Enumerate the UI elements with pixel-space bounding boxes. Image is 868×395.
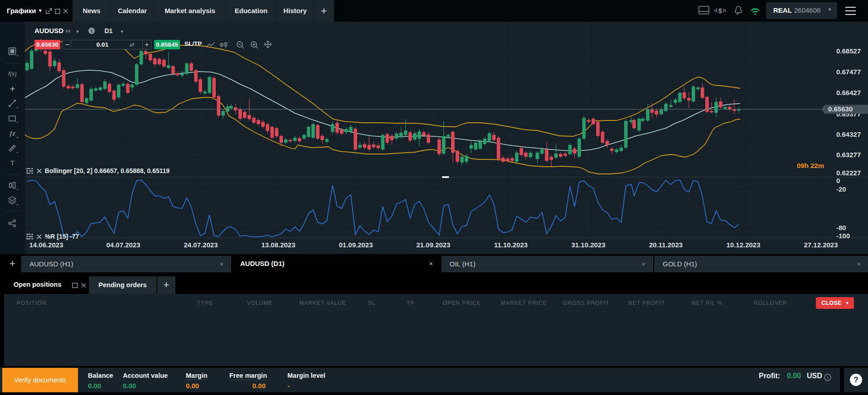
- svg-text:0.68527: 0.68527: [836, 47, 861, 55]
- svg-text:0.63277: 0.63277: [836, 151, 861, 159]
- svg-text:13.08.2023: 13.08.2023: [261, 241, 295, 249]
- svg-text:09h 22m: 09h 22m: [797, 162, 824, 169]
- svg-text:-80: -80: [836, 224, 846, 231]
- svg-text:10.12.2023: 10.12.2023: [726, 241, 760, 249]
- svg-text:0.64327: 0.64327: [836, 130, 861, 138]
- svg-text:0: 0: [836, 177, 840, 184]
- svg-text:14.06.2023: 14.06.2023: [29, 241, 63, 249]
- svg-text:31.10.2023: 31.10.2023: [571, 241, 605, 249]
- svg-text:20.11.2023: 20.11.2023: [649, 241, 683, 249]
- svg-text:24.07.2023: 24.07.2023: [184, 241, 218, 249]
- svg-text:0.66427: 0.66427: [836, 89, 861, 96]
- svg-text:-20: -20: [836, 185, 846, 193]
- svg-text:0.65630: 0.65630: [828, 105, 853, 113]
- svg-text:-100: -100: [836, 232, 850, 240]
- svg-text:04.07.2023: 04.07.2023: [106, 241, 140, 249]
- svg-text:0.67477: 0.67477: [836, 68, 861, 76]
- svg-text:27.12.2023: 27.12.2023: [804, 241, 838, 249]
- svg-text:i: i: [91, 28, 92, 34]
- svg-text:ƒz: ƒz: [9, 130, 15, 137]
- svg-text:0.62227: 0.62227: [836, 169, 861, 177]
- svg-text:01.09.2023: 01.09.2023: [339, 241, 373, 249]
- svg-text:21.09.2023: 21.09.2023: [416, 241, 450, 249]
- svg-text:i: i: [827, 375, 829, 380]
- svg-text:$: $: [718, 7, 723, 14]
- svg-text:11.10.2023: 11.10.2023: [494, 241, 528, 249]
